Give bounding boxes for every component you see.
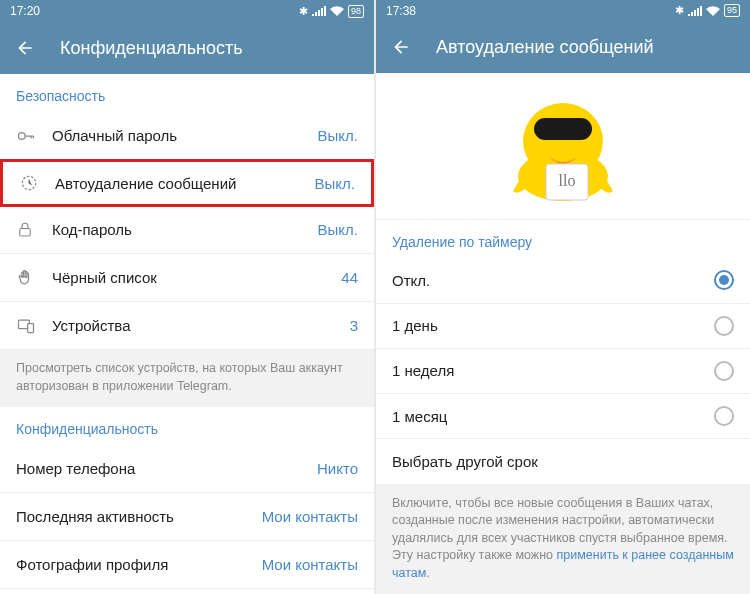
- item-label: Устройства: [52, 317, 350, 334]
- item-label: Чёрный список: [52, 269, 341, 286]
- phone-number-row[interactable]: Номер телефона Никто: [0, 445, 374, 493]
- option-label: Выбрать другой срок: [392, 453, 538, 470]
- sticker-area: llo: [376, 73, 750, 221]
- battery-icon: 95: [724, 4, 740, 17]
- status-icons: ✱ 98: [299, 5, 364, 18]
- svg-point-0: [19, 132, 26, 139]
- item-value: Выкл.: [318, 127, 358, 144]
- option-1day[interactable]: 1 день: [376, 304, 750, 349]
- footer-hint: Включите, чтобы все новые сообщения в Ва…: [376, 485, 750, 595]
- page-title: Автоудаление сообщений: [436, 37, 654, 58]
- item-value: Никто: [317, 460, 358, 477]
- option-label: 1 день: [392, 317, 438, 334]
- status-time: 17:20: [10, 4, 40, 18]
- key-icon: [16, 126, 52, 146]
- bluetooth-icon: ✱: [299, 5, 308, 18]
- option-off[interactable]: Откл.: [376, 258, 750, 303]
- wifi-icon: [330, 6, 344, 16]
- phone-right: 17:38 ✱ 95 Автоудаление сообщений llo: [376, 0, 750, 594]
- header: Автоудаление сообщений: [376, 22, 750, 73]
- autodelete-row[interactable]: Автоудаление сообщений Выкл.: [0, 159, 374, 207]
- signal-icon: [312, 6, 326, 16]
- radio-icon: [714, 316, 734, 336]
- header: Конфиденциальность: [0, 22, 374, 74]
- svg-rect-4: [28, 323, 34, 332]
- item-label: Автоудаление сообщений: [55, 175, 315, 192]
- blacklist-row[interactable]: Чёрный список 44: [0, 254, 374, 302]
- status-bar: 17:20 ✱ 98: [0, 0, 374, 22]
- bluetooth-icon: ✱: [675, 4, 684, 17]
- section-privacy: Конфиденциальность: [0, 407, 374, 445]
- battery-icon: 98: [348, 5, 364, 18]
- item-value: Выкл.: [318, 221, 358, 238]
- profile-photo-row[interactable]: Фотографии профиля Мои контакты: [0, 541, 374, 589]
- radio-icon: [714, 361, 734, 381]
- back-button[interactable]: [14, 37, 36, 59]
- lock-icon: [16, 220, 52, 240]
- back-button[interactable]: [390, 36, 412, 58]
- svg-rect-2: [20, 228, 31, 236]
- last-seen-row[interactable]: Последняя активность Мои контакты: [0, 493, 374, 541]
- hint-suffix: .: [426, 566, 429, 580]
- item-value: 44: [341, 269, 358, 286]
- passcode-row[interactable]: Код-пароль Выкл.: [0, 206, 374, 254]
- wifi-icon: [706, 6, 720, 16]
- item-label: Номер телефона: [16, 460, 317, 477]
- item-label: Фотографии профиля: [16, 556, 262, 573]
- item-value: Выкл.: [315, 175, 355, 192]
- option-label: Откл.: [392, 272, 430, 289]
- item-value: Мои контакты: [262, 556, 358, 573]
- svg-text:llo: llo: [559, 172, 576, 189]
- devices-hint: Просмотреть список устройств, на которых…: [0, 350, 374, 407]
- cloud-password-row[interactable]: Облачный пароль Выкл.: [0, 112, 374, 160]
- item-label: Облачный пароль: [52, 127, 318, 144]
- page-title: Конфиденциальность: [60, 38, 243, 59]
- hand-icon: [16, 268, 52, 288]
- item-label: Код-пароль: [52, 221, 318, 238]
- clock-icon: [19, 173, 55, 193]
- item-value: 3: [350, 317, 358, 334]
- section-timer: Удаление по таймеру: [376, 220, 750, 258]
- option-other[interactable]: Выбрать другой срок: [376, 439, 750, 484]
- option-label: 1 месяц: [392, 408, 447, 425]
- status-bar: 17:38 ✱ 95: [376, 0, 750, 22]
- signal-icon: [688, 6, 702, 16]
- item-label: Последняя активность: [16, 508, 262, 525]
- status-time: 17:38: [386, 4, 416, 18]
- status-icons: ✱ 95: [675, 4, 740, 17]
- option-1month[interactable]: 1 месяц: [376, 394, 750, 439]
- duck-sticker: llo: [498, 86, 628, 206]
- devices-icon: [16, 316, 52, 336]
- item-value: Мои контакты: [262, 508, 358, 525]
- section-security: Безопасность: [0, 74, 374, 112]
- phone-left: 17:20 ✱ 98 Конфиденциальность Безопаснос…: [0, 0, 374, 594]
- radio-icon: [714, 406, 734, 426]
- svg-rect-7: [534, 118, 592, 140]
- option-1week[interactable]: 1 неделя: [376, 349, 750, 394]
- devices-row[interactable]: Устройства 3: [0, 302, 374, 350]
- radio-icon: [714, 270, 734, 290]
- option-label: 1 неделя: [392, 362, 454, 379]
